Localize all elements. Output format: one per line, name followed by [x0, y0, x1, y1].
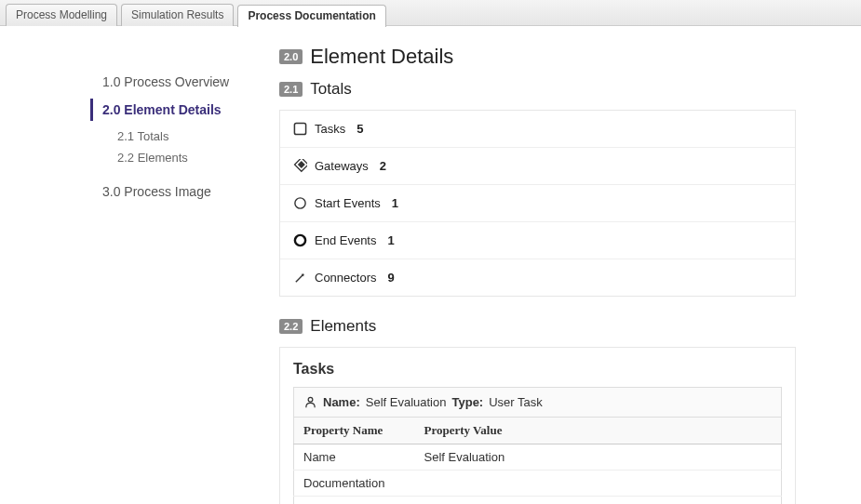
tab-simulation-results[interactable]: Simulation Results	[121, 4, 234, 26]
total-row-start-events: Start Events 1	[280, 185, 795, 222]
svg-point-4	[295, 235, 305, 245]
total-value: 9	[387, 271, 394, 285]
svg-rect-0	[294, 123, 305, 134]
property-table: Property Name Property Value Name Self E…	[293, 418, 782, 504]
total-value: 2	[380, 159, 386, 173]
total-row-connectors: Connectors 9	[280, 259, 795, 296]
gateway-icon	[293, 159, 307, 173]
cell-prop-name: Documentation	[294, 471, 415, 497]
svg-point-7	[308, 397, 313, 402]
tab-process-modelling[interactable]: Process Modelling	[6, 4, 117, 26]
sidebar-nav: 1.0 Process Overview 2.0 Element Details…	[0, 39, 270, 504]
chip-2-0: 2.0	[279, 49, 303, 64]
total-label: End Events	[315, 233, 377, 247]
task-name-label: Name:	[323, 395, 360, 409]
svg-point-3	[295, 198, 305, 208]
totals-title: Totals	[310, 80, 351, 99]
start-event-icon	[293, 196, 307, 210]
cell-prop-value: Self Evaluation	[415, 444, 782, 471]
nav-totals[interactable]: 2.1 Totals	[93, 126, 261, 146]
table-header-row: Property Name Property Value	[294, 418, 782, 444]
total-value: 5	[357, 122, 363, 136]
cell-prop-value: reason(Object)	[415, 497, 782, 505]
svg-rect-2	[298, 161, 305, 168]
col-property-name: Property Name	[294, 418, 415, 444]
section-head-totals: 2.1 Totals	[279, 80, 796, 99]
cell-prop-name: Name	[294, 444, 415, 471]
total-label: Tasks	[315, 122, 345, 136]
tabbar: Process Modelling Simulation Results Pro…	[0, 0, 861, 26]
section-head-main: 2.0 Element Details	[279, 45, 796, 69]
connector-icon	[293, 271, 307, 285]
task-type-label: Type:	[451, 395, 483, 409]
elements-subheading: Tasks	[293, 361, 782, 378]
tab-process-documentation[interactable]: Process Documentation	[237, 5, 385, 27]
elements-title: Elements	[310, 317, 376, 336]
table-row: Name Self Evaluation	[294, 444, 782, 471]
content: 1.0 Process Overview 2.0 Element Details…	[0, 26, 861, 504]
total-row-gateways: Gateways 2	[280, 148, 795, 185]
task-type-value: User Task	[489, 395, 543, 409]
total-row-end-events: End Events 1	[280, 222, 795, 259]
total-value: 1	[392, 196, 398, 210]
nav-elements[interactable]: 2.2 Elements	[93, 148, 261, 167]
table-row: Data Inputs reason(Object)	[294, 497, 782, 505]
totals-list: Tasks 5 Gateways 2 Start Events 1 End Ev…	[279, 110, 796, 297]
chip-2-2: 2.2	[279, 319, 303, 334]
total-label: Gateways	[315, 159, 369, 173]
elements-box: Tasks Name: Self Evaluation Type: User T…	[279, 347, 796, 504]
task-name-value: Self Evaluation	[366, 395, 447, 409]
task-icon	[293, 122, 307, 136]
chip-2-1: 2.1	[279, 82, 303, 97]
total-value: 1	[388, 233, 395, 247]
total-label: Connectors	[315, 271, 376, 285]
task-header: Name: Self Evaluation Type: User Task	[293, 387, 782, 418]
main-panel: 2.0 Element Details 2.1 Totals Tasks 5 G…	[270, 39, 861, 504]
total-row-tasks: Tasks 5	[280, 111, 795, 148]
cell-prop-value	[415, 471, 782, 497]
total-label: Start Events	[315, 196, 381, 210]
cell-prop-name: Data Inputs	[294, 497, 415, 505]
table-row: Documentation	[294, 471, 782, 497]
nav-process-image[interactable]: 3.0 Process Image	[93, 180, 261, 203]
col-property-value: Property Value	[415, 418, 782, 444]
section-head-elements: 2.2 Elements	[279, 317, 796, 336]
nav-process-overview[interactable]: 1.0 Process Overview	[93, 71, 261, 93]
nav-element-details[interactable]: 2.0 Element Details	[90, 99, 261, 121]
user-task-icon	[303, 395, 317, 409]
end-event-icon	[293, 233, 307, 247]
page-title: Element Details	[310, 45, 453, 69]
